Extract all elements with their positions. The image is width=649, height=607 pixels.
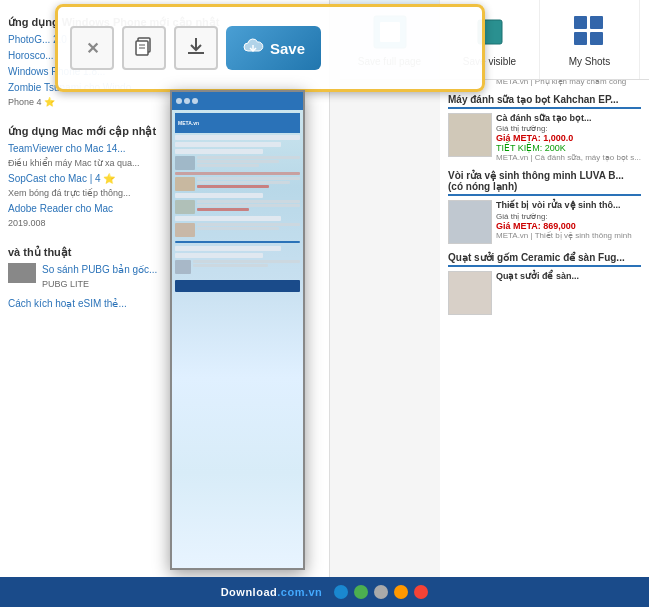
sc-text-lines-2 (197, 177, 300, 191)
copy-icon (133, 35, 155, 62)
download-icon-svg (185, 35, 207, 57)
close-button[interactable]: ✕ (70, 26, 114, 70)
save-button[interactable]: Save (226, 26, 321, 70)
section-title-3: Vòi rửa vệ sinh thông minh LUVA B... (có… (448, 170, 641, 196)
sc-row-1 (175, 135, 300, 140)
sc-row-5 (175, 193, 263, 198)
product-info-4: Quạt sưởi để sàn... (496, 271, 641, 283)
svg-rect-3 (574, 16, 587, 29)
sc-text-lines-5 (193, 260, 300, 274)
product-item-2[interactable]: Cà đánh sữa tạo bọt... Giá thị trường: G… (448, 113, 641, 163)
dots-row (334, 585, 428, 599)
sc-line-a3 (197, 164, 259, 167)
dot-blue (334, 585, 348, 599)
sc-row-6 (175, 216, 281, 221)
download-button[interactable] (174, 26, 218, 70)
sc-thumb-4 (175, 223, 195, 237)
product-thumb-3 (448, 200, 492, 244)
product-meta-3: META.vn | Thiết bị vệ sinh thông minh (496, 231, 641, 240)
sc-row-9 (175, 253, 263, 258)
copy-button[interactable] (122, 26, 166, 70)
sc-text-lines-4 (197, 223, 300, 237)
sc-logo: META.vn (178, 120, 199, 126)
sc-row-7 (175, 241, 300, 243)
download-logo: Download.com.vn (221, 586, 323, 598)
sc-line-e2 (193, 264, 268, 267)
product-name-2: Cà đánh sữa tạo bọt... (496, 113, 641, 125)
nav-dot-2 (184, 98, 190, 104)
sc-line-d2 (197, 227, 279, 230)
sc-line-b2 (197, 181, 290, 184)
sc-text-lines-1 (197, 156, 300, 170)
sc-row-8 (175, 246, 281, 251)
product-name-3: Thiết bị vòi rửa vệ sinh thô... (496, 200, 641, 212)
sc-thumb-3 (175, 200, 195, 214)
close-icon: ✕ (86, 39, 99, 58)
sc-line-e1 (193, 260, 300, 263)
toolbar: ✕ Save (55, 4, 485, 92)
product-thumb-2 (448, 113, 492, 157)
nav-dot-3 (192, 98, 198, 104)
sc-image-row-2 (175, 177, 300, 191)
product-meta-2: META.vn | Cà đánh sữa, máy tạo bọt s... (496, 153, 641, 162)
sc-text-lines-3 (197, 200, 300, 214)
sc-image-row-3 (175, 200, 300, 214)
product-thumb-4 (448, 271, 492, 315)
screenshot-content: META.vn (172, 110, 303, 297)
sc-line-a2 (197, 160, 279, 163)
product-section-3: Vòi rửa vệ sinh thông minh LUVA B... (có… (448, 170, 641, 244)
sc-thumb-5 (175, 260, 191, 274)
screenshot-preview: META.vn (170, 90, 305, 570)
sc-line-a1 (197, 156, 300, 159)
copy-icon-svg (133, 35, 155, 57)
sc-line-c1 (197, 200, 300, 203)
section-title-4: Quạt sưởi gốm Ceramic để sàn Fug... (448, 252, 641, 267)
my-shots-button[interactable]: My Shots (540, 0, 640, 79)
my-shots-icon (570, 12, 610, 52)
sc-row-10 (175, 280, 300, 292)
my-shots-label: My Shots (569, 56, 611, 67)
save-label: Save (270, 40, 305, 57)
product-info-3: Thiết bị vòi rửa vệ sinh thô... Giá thị … (496, 200, 641, 240)
cloud-icon-svg (242, 37, 264, 55)
sc-thumb-1 (175, 156, 195, 170)
sc-header: META.vn (175, 113, 300, 133)
download-icon (185, 35, 207, 62)
sc-image-row-1 (175, 156, 300, 170)
cloud-save-icon (242, 37, 264, 59)
sc-line-d1 (197, 223, 300, 226)
sc-thumb-2 (175, 177, 195, 191)
dot-green (354, 585, 368, 599)
product-item-4[interactable]: Quạt sưởi để sàn... (448, 271, 641, 315)
sc-row-2 (175, 142, 281, 147)
sc-line-c2 (197, 204, 300, 207)
product-name-4: Quạt sưởi để sàn... (496, 271, 641, 283)
product-section-2: Máy đánh sữa tạo bọt Kahchan EP... Cà đá… (448, 94, 641, 163)
svg-rect-6 (590, 32, 603, 45)
dot-gray (374, 585, 388, 599)
sc-line-c3 (197, 208, 249, 211)
product-save-2: TIẾT KIỆM: 200K (496, 143, 641, 153)
sc-line-b3 (197, 185, 269, 188)
download-bar: Download.com.vn (0, 577, 649, 607)
product-price-3: Giá META: 869,000 (496, 221, 641, 231)
product-price-2: Giá META: 1,000.0 (496, 133, 641, 143)
svg-rect-5 (574, 32, 587, 45)
screenshot-inner: META.vn (172, 92, 303, 568)
bg-item-tip-1[interactable]: So sánh PUBG bản gốc...PUBG LITE (42, 263, 157, 291)
section-title-2: Máy đánh sữa tạo bọt Kahchan EP... (448, 94, 641, 109)
svg-rect-4 (590, 16, 603, 29)
screenshot-nav (172, 92, 303, 110)
sc-image-row-5 (175, 260, 300, 274)
dot-orange (394, 585, 408, 599)
product-info-2: Cà đánh sữa tạo bọt... Giá thị trường: G… (496, 113, 641, 163)
sc-image-row-4 (175, 223, 300, 237)
nav-dot-1 (176, 98, 182, 104)
dot-red (414, 585, 428, 599)
product-item-3[interactable]: Thiết bị vòi rửa vệ sinh thô... Giá thị … (448, 200, 641, 244)
product-section-4: Quạt sưởi gốm Ceramic để sàn Fug... Quạt… (448, 252, 641, 315)
sc-row-4 (175, 172, 300, 175)
sc-row-3 (175, 149, 263, 154)
sc-line-b1 (197, 177, 300, 180)
